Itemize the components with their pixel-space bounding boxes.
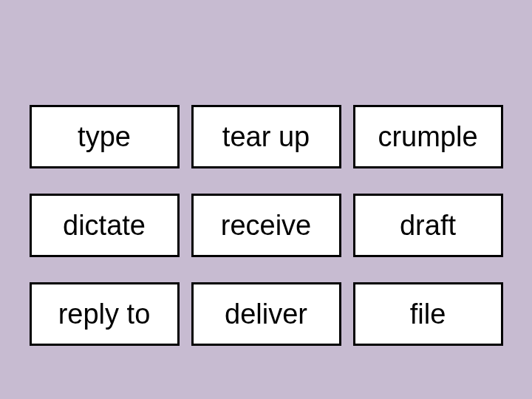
- cell-1: tear up: [191, 105, 341, 168]
- cell-4: receive: [191, 194, 341, 257]
- cell-6: reply to: [30, 282, 180, 346]
- cell-label: reply to: [58, 299, 151, 330]
- word-grid: type tear up crumple dictate receive dra…: [30, 105, 503, 346]
- cell-label: type: [78, 121, 131, 153]
- cell-8: file: [353, 282, 503, 346]
- cell-5: draft: [353, 194, 503, 257]
- cell-7: deliver: [191, 282, 341, 346]
- cell-label: draft: [400, 210, 456, 242]
- cell-label: file: [410, 299, 446, 330]
- cell-label: tear up: [222, 121, 310, 153]
- cell-0: type: [30, 105, 180, 168]
- cell-label: receive: [221, 210, 312, 242]
- cell-label: dictate: [63, 210, 146, 242]
- cell-label: crumple: [378, 121, 477, 153]
- cell-3: dictate: [30, 194, 180, 257]
- cell-2: crumple: [353, 105, 503, 168]
- cell-label: deliver: [225, 299, 307, 330]
